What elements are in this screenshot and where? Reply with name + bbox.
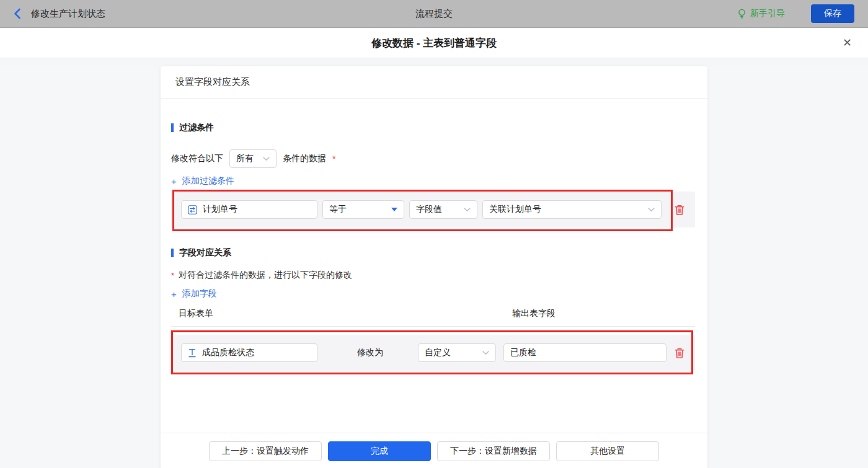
filter-condition-row: 计划单号 等于 字段值 关联计划单号: [171, 192, 695, 227]
delete-field-trash-icon[interactable]: [674, 347, 685, 359]
delete-condition-trash-icon[interactable]: [674, 204, 685, 216]
save-button[interactable]: 保存: [811, 4, 854, 23]
plus-icon: +: [171, 289, 177, 299]
caret-down-blue-icon: [391, 208, 397, 211]
operator-select[interactable]: 等于: [322, 200, 404, 219]
field-mapping-row: 成品质检状态 修改为 自定义 已质检: [171, 335, 695, 371]
serial-number-field-icon: [188, 205, 197, 214]
guide-lightbulb-icon: [737, 9, 746, 19]
done-button[interactable]: 完成: [328, 441, 431, 461]
beginner-guide-button[interactable]: 新手引导: [737, 8, 785, 19]
topbar: 修改生产计划状态 流程提交 新手引导 保存: [0, 0, 868, 28]
modal-title: 修改数据 - 主表到普通字段: [371, 36, 497, 50]
match-type-select[interactable]: 所有: [229, 149, 277, 168]
prev-step-button[interactable]: 上一步：设置触发动作: [209, 441, 322, 461]
compare-field-select[interactable]: 关联计划单号: [482, 200, 662, 219]
other-settings-button[interactable]: 其他设置: [556, 441, 659, 461]
required-asterisk: *: [332, 154, 335, 164]
add-field-link[interactable]: + 添加字段: [171, 288, 217, 299]
plus-icon: +: [171, 177, 177, 186]
custom-value-input[interactable]: 已质检: [503, 343, 666, 362]
process-submit-label: 流程提交: [415, 8, 453, 20]
workflow-title: 修改生产计划状态: [31, 8, 105, 20]
chevron-down-icon: [482, 351, 489, 355]
card-header-title: 设置字段对应关系: [161, 66, 707, 99]
section-bar-icon: [171, 123, 174, 132]
match-prefix-label: 修改符合以下: [171, 153, 223, 164]
match-suffix-label: 条件的数据: [283, 153, 326, 164]
filter-section-title: 过滤条件: [171, 122, 695, 133]
chevron-down-icon: [263, 157, 270, 161]
next-step-button[interactable]: 下一步：设置新增数据: [437, 441, 550, 461]
back-chevron-icon[interactable]: [14, 8, 21, 19]
add-filter-condition-link[interactable]: + 添加过滤条件: [171, 175, 234, 187]
value-type-select[interactable]: 字段值: [409, 200, 477, 219]
mapping-description: 对符合过滤条件的数据，进行以下字段的修改: [179, 270, 352, 281]
target-field-value: 成品质检状态: [202, 347, 254, 358]
mapping-section-title: 字段对应关系: [171, 247, 695, 258]
section-bar-icon: [171, 249, 174, 257]
card-footer: 上一步：设置触发动作 完成 下一步：设置新增数据 其他设置: [161, 433, 707, 468]
modify-to-label: 修改为: [357, 347, 383, 358]
target-field-input[interactable]: 成品质检状态: [181, 343, 317, 362]
text-field-icon: [188, 348, 197, 358]
modal-header: 修改数据 - 主表到普通字段 ✕: [0, 28, 868, 58]
settings-card: 设置字段对应关系 过滤条件 修改符合以下 所有 条件的数据 * +: [161, 66, 707, 468]
modal-body: 设置字段对应关系 过滤条件 修改符合以下 所有 条件的数据 * +: [0, 66, 868, 468]
column-header-output-field: 输出表字段: [512, 308, 556, 319]
chevron-down-icon: [464, 208, 471, 212]
column-header-target-form: 目标表单: [179, 308, 213, 319]
filter-field-input[interactable]: 计划单号: [181, 200, 317, 219]
required-asterisk: *: [171, 270, 174, 280]
guide-label: 新手引导: [750, 8, 785, 19]
close-icon[interactable]: ✕: [843, 37, 852, 48]
value-mode-select[interactable]: 自定义: [418, 343, 496, 362]
chevron-down-icon: [648, 208, 655, 212]
filter-field-value: 计划单号: [203, 204, 237, 215]
